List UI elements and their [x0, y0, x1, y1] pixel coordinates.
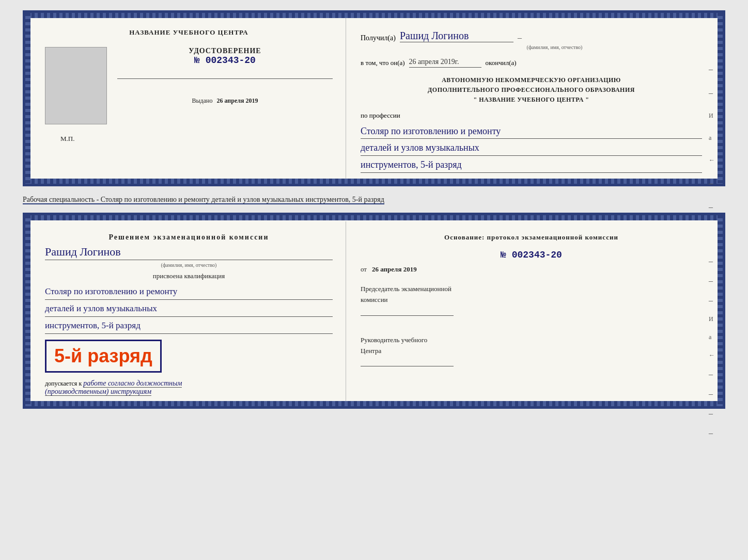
rukovoditel-line1: Руководитель учебного: [361, 335, 702, 346]
photo-placeholder: [45, 47, 107, 124]
separator-content: Рабочая специальность - Столяр по изгото…: [23, 196, 384, 204]
qualification-block: Столяр по изготовлению и ремонту деталей…: [45, 283, 333, 335]
qualification-line2: деталей и узлов музыкальных: [45, 301, 333, 317]
dopuskaetsya-value: работе согласно должностным: [83, 379, 182, 388]
doc2-left-panel: Решением экзаменационной комиссии Рашид …: [25, 221, 346, 406]
doc2-fio-subtitle: (фамилия, имя, отчество): [45, 262, 333, 268]
poluchil-label: Получил(а): [361, 34, 396, 42]
po-professii-label: по профессии: [361, 111, 702, 120]
ot-label: от: [361, 265, 367, 274]
doc2-fio-block: Рашид Логинов (фамилия, имя, отчество): [45, 245, 333, 268]
mark-arrow: ←: [709, 156, 715, 164]
document-1: НАЗВАНИЕ УЧЕБНОГО ЦЕНТРА УДОСТОВЕРЕНИЕ №…: [23, 10, 725, 186]
qualification-line3: инструментов, 5-й разряд: [45, 318, 333, 334]
okonchil-label: окончил(а): [486, 59, 517, 67]
left-border-decoration-2: [25, 215, 30, 406]
mark2-letter-i: И: [709, 315, 715, 323]
profession-line2: деталей и узлов музыкальных: [361, 140, 702, 156]
rukovoditel-line2: Центра: [361, 346, 702, 357]
udostoverenie-block: УДОСТОВЕРЕНИЕ № 002343-20: [189, 47, 261, 66]
mark2-dash-1: –: [709, 257, 715, 266]
profession-line1: Столяр по изготовлению и ремонту: [361, 124, 702, 139]
left-border-decoration: [25, 13, 30, 184]
dash: –: [518, 33, 522, 42]
predsedatel-line2: комиссии: [361, 295, 702, 306]
profession-block: Столяр по изготовлению и ремонту деталей…: [361, 122, 702, 174]
ot-date: 26 апреля 2019: [372, 265, 417, 274]
predsedatel-signature: [361, 306, 454, 316]
rukovoditel-block: Руководитель учебного Центра: [361, 335, 702, 370]
razryad-box: 5-й разряд: [45, 340, 162, 373]
issued-label: Выдано: [192, 97, 213, 104]
mark-dash-4: –: [709, 202, 715, 212]
mark2-letter-a: а: [709, 333, 715, 341]
org-line2: ДОПОЛНИТЕЛЬНОГО ПРОФЕССИОНАЛЬНОГО ОБРАЗО…: [361, 85, 702, 95]
vtom-label: в том, что он(а): [361, 59, 405, 67]
mark2-dash-5: –: [709, 389, 715, 398]
fio-subtitle-1: (фамилия, имя, отчество): [407, 44, 702, 50]
predsedatel-line1: Председатель экзаменационной: [361, 284, 702, 295]
mark2-dash-6: –: [709, 409, 715, 418]
mark2-dash-7: –: [709, 428, 715, 438]
predsedatel-block: Председатель экзаменационной комиссии: [361, 284, 702, 319]
mark2-dash-3: –: [709, 296, 715, 305]
doc1-left-panel: НАЗВАНИЕ УЧЕБНОГО ЦЕНТРА УДОСТОВЕРЕНИЕ №…: [25, 18, 346, 184]
mark-dash-2: –: [709, 88, 715, 98]
doc2-fio-name: Рашид Логинов: [45, 245, 333, 260]
issued-line: Выдано 26 апреля 2019: [192, 97, 258, 105]
mp-label: М.П.: [60, 135, 74, 143]
dopuskaetsya-block: допускается к работе согласно должностны…: [45, 379, 182, 396]
mark-dash-3: –: [709, 179, 715, 188]
org-line1: АВТОНОМНУЮ НЕКОММЕРЧЕСКУЮ ОРГАНИЗАЦИЮ: [361, 75, 702, 85]
doc2-right-panel: Основание: протокол экзаменационной коми…: [346, 215, 723, 406]
udostoverenie-title: УДОСТОВЕРЕНИЕ: [189, 47, 261, 55]
document-2: Решением экзаменационной комиссии Рашид …: [23, 213, 725, 409]
separator-text: Рабочая специальность - Столяр по изгото…: [23, 191, 725, 207]
doc1-right-panel: Получил(а) Рашид Логинов – (фамилия, имя…: [346, 13, 723, 184]
issued-date: 26 апреля 2019: [216, 97, 258, 104]
udostoverenie-number: № 002343-20: [189, 55, 261, 66]
protocol-number: № 002343-20: [361, 250, 702, 260]
profession-line3: инструментов, 5-й разряд: [361, 157, 702, 173]
mark2-dash-4: –: [709, 370, 715, 379]
doc2-right-side-marks: – – – И а ← – – – –: [709, 257, 715, 438]
rukovoditel-signature: [361, 356, 454, 366]
ot-line: от 26 апреля 2019: [361, 265, 702, 274]
qualification-line1: Столяр по изготовлению и ремонту: [45, 284, 333, 300]
mark-letter-a: а: [709, 134, 715, 142]
mark-dash-1: –: [709, 65, 715, 74]
vtom-date: 26 апреля 2019г.: [409, 58, 481, 68]
org-name: " НАЗВАНИЕ УЧЕБНОГО ЦЕНТРА ": [361, 95, 702, 105]
mark2-dash-2: –: [709, 276, 715, 285]
doc1-center-title: НАЗВАНИЕ УЧЕБНОГО ЦЕНТРА: [129, 28, 248, 37]
resheniem-title: Решением экзаменационной комиссии: [45, 232, 333, 243]
dopuskaetsya-value2: (производственным) инструкциям: [45, 388, 151, 396]
mark-letter-i: И: [709, 112, 715, 120]
mark2-arrow: ←: [709, 351, 715, 359]
prisvoena-label: присвоена квалификация: [45, 272, 333, 280]
recipient-name: Рашид Логинов: [400, 30, 513, 42]
dopuskaetsya-label: допускается к: [45, 380, 82, 387]
razryad-text: 5-й разряд: [54, 345, 152, 366]
org-block: АВТОНОМНУЮ НЕКОММЕРЧЕСКУЮ ОРГАНИЗАЦИЮ ДО…: [361, 75, 702, 105]
osnovanie-title: Основание: протокол экзаменационной коми…: [361, 232, 702, 243]
